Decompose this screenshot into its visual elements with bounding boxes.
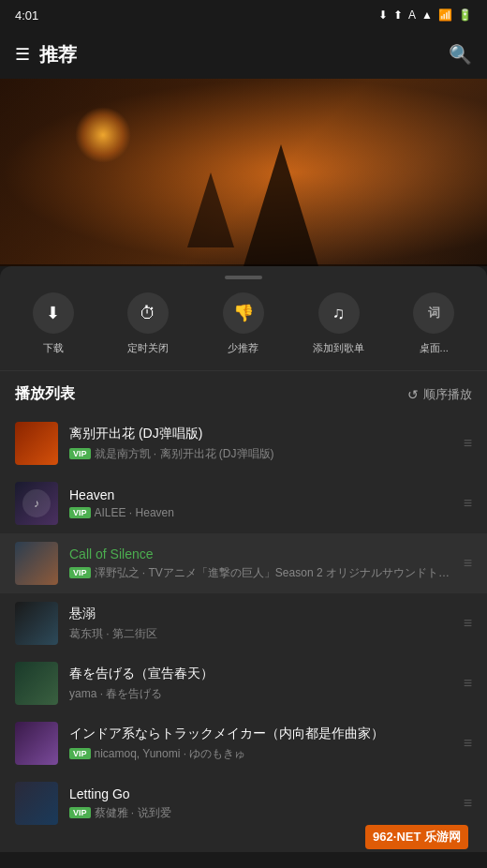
vip-badge: VIP — [69, 807, 91, 818]
drag-handle[interactable] — [225, 276, 262, 279]
order-icon: ↺ — [407, 387, 419, 402]
track-name: Letting Go — [69, 786, 452, 801]
track-thumbnail — [15, 662, 58, 705]
vip-badge: VIP — [69, 448, 91, 459]
status-icons: ⬇ ⬆ A ▲ 📶 🔋 — [378, 8, 472, 22]
action-playlist-label: 添加到歌单 — [313, 341, 364, 355]
track-meta: VIP 澤野弘之 · TVアニメ「進撃の巨人」Season 2 オリジナルサウン… — [69, 565, 452, 581]
upload-status-icon: ⬆ — [393, 8, 403, 22]
playlist-order[interactable]: ↺ 顺序播放 — [407, 386, 472, 403]
track-info: Call of Silence VIP 澤野弘之 · TVアニメ「進撃の巨人」S… — [69, 546, 452, 581]
banner — [0, 79, 487, 266]
battery-icon: 🔋 — [458, 8, 472, 22]
signal-icon: 📶 — [438, 8, 452, 22]
action-download[interactable]: ⬇ 下载 — [6, 292, 101, 355]
header: ☰ 推荐 🔍 — [0, 30, 487, 79]
track-sub: AILEE · Heaven — [95, 506, 174, 519]
track-sub: nicamoq, Yunomi · ゆのもきゅ — [95, 746, 246, 762]
vip-badge: VIP — [69, 507, 91, 518]
track-sub: 就是南方凯 · 离别开出花 (DJ弹唱版) — [95, 446, 274, 462]
track-info: 离别开出花 (DJ弹唱版) VIP 就是南方凯 · 离别开出花 (DJ弹唱版) — [69, 426, 452, 462]
track-item[interactable]: Call of Silence VIP 澤野弘之 · TVアニメ「進撃の巨人」S… — [0, 533, 487, 593]
track-item[interactable]: ♪ Heaven VIP AILEE · Heaven ≡ — [0, 473, 487, 533]
search-icon[interactable]: 🔍 — [449, 43, 472, 66]
status-bar: 4:01 ⬇ ⬆ A ▲ 📶 🔋 — [0, 0, 487, 30]
action-less-recommend[interactable]: 👎 少推荐 — [196, 292, 291, 355]
track-info: 悬溺 葛东琪 · 第二街区 — [69, 606, 452, 642]
track-name: Heaven — [69, 487, 452, 502]
track-name: 悬溺 — [69, 606, 452, 622]
track-sub: 葛东琪 · 第二街区 — [69, 626, 157, 642]
order-label: 顺序播放 — [423, 386, 472, 403]
status-time: 4:01 — [15, 8, 38, 22]
drag-icon[interactable]: ≡ — [464, 555, 472, 572]
page-title: 推荐 — [39, 42, 77, 67]
action-desktop[interactable]: 词 桌面... — [386, 292, 481, 355]
track-item[interactable]: 悬溺 葛东琪 · 第二街区 ≡ — [0, 593, 487, 653]
track-info: インドア系ならトラックメイカー（内向都是作曲家） VIP nicamoq, Yu… — [69, 726, 452, 762]
action-timer-label: 定时关闭 — [127, 341, 169, 355]
track-name: 春を告げる（宣告春天） — [69, 666, 452, 682]
track-info: Letting Go VIP 蔡健雅 · 说到爱 — [69, 786, 452, 821]
track-name: 离别开出花 (DJ弹唱版) — [69, 426, 452, 442]
banner-shape1 — [187, 172, 234, 247]
vip-badge: VIP — [69, 748, 91, 759]
track-list: 离别开出花 (DJ弹唱版) VIP 就是南方凯 · 离别开出花 (DJ弹唱版) … — [0, 413, 487, 852]
track-meta: VIP 蔡健雅 · 说到爱 — [69, 805, 452, 821]
timer-icon: ⏱ — [127, 292, 169, 334]
track-meta: 葛东琪 · 第二街区 — [69, 626, 452, 642]
vip-badge: VIP — [69, 567, 91, 578]
action-download-label: 下载 — [43, 341, 64, 355]
menu-icon[interactable]: ☰ — [15, 44, 30, 65]
track-thumbnail — [15, 542, 58, 585]
drag-icon[interactable]: ≡ — [464, 795, 472, 812]
action-timer[interactable]: ⏱ 定时关闭 — [101, 292, 197, 355]
banner-circle — [75, 107, 131, 163]
track-name: Call of Silence — [69, 546, 452, 561]
action-less-label: 少推荐 — [228, 341, 258, 355]
track-meta: VIP AILEE · Heaven — [69, 506, 452, 519]
track-item[interactable]: インドア系ならトラックメイカー（内向都是作曲家） VIP nicamoq, Yu… — [0, 713, 487, 773]
track-thumbnail — [15, 722, 58, 765]
desktop-icon: 词 — [413, 292, 454, 334]
thumbsdown-icon: 👎 — [223, 292, 264, 334]
a-status-icon: A — [408, 8, 416, 22]
track-info: Heaven VIP AILEE · Heaven — [69, 487, 452, 519]
track-thumbnail — [15, 422, 58, 465]
track-meta: yama · 春を告げる — [69, 686, 452, 702]
bottom-sheet: ⬇ 下载 ⏱ 定时关闭 👎 少推荐 ♫ 添加到歌单 词 桌面... 播放列表 ↺… — [0, 266, 487, 852]
track-name: インドア系ならトラックメイカー（内向都是作曲家） — [69, 726, 452, 742]
download-status-icon: ⬇ — [378, 8, 388, 22]
banner-shape2 — [244, 144, 318, 266]
track-item[interactable]: 春を告げる（宣告春天） yama · 春を告げる ≡ — [0, 653, 487, 713]
drag-icon[interactable]: ≡ — [464, 675, 472, 692]
playlist-header: 播放列表 ↺ 顺序播放 — [0, 371, 487, 413]
drag-icon[interactable]: ≡ — [464, 435, 472, 452]
playlist-title: 播放列表 — [15, 384, 75, 404]
download-icon: ⬇ — [33, 292, 74, 334]
add-to-playlist-icon: ♫ — [318, 292, 360, 334]
wifi-icon: ▲ — [421, 8, 433, 22]
track-info: 春を告げる（宣告春天） yama · 春を告げる — [69, 666, 452, 702]
action-add-playlist[interactable]: ♫ 添加到歌单 — [291, 292, 387, 355]
track-thumbnail — [15, 602, 58, 645]
track-meta: VIP 就是南方凯 · 离别开出花 (DJ弹唱版) — [69, 446, 452, 462]
track-thumbnail — [15, 782, 58, 825]
track-thumbnail: ♪ — [15, 482, 58, 525]
banner-lines — [0, 264, 487, 266]
drag-icon[interactable]: ≡ — [464, 615, 472, 632]
header-left: ☰ 推荐 — [15, 42, 77, 67]
drag-icon[interactable]: ≡ — [464, 735, 472, 752]
track-sub: yama · 春を告げる — [69, 686, 162, 702]
track-sub: 澤野弘之 · TVアニメ「進撃の巨人」Season 2 オリジナルサウンドトラ.… — [95, 565, 452, 581]
drag-icon[interactable]: ≡ — [464, 495, 472, 512]
action-desktop-label: 桌面... — [420, 341, 449, 355]
track-item[interactable]: 离别开出花 (DJ弹唱版) VIP 就是南方凯 · 离别开出花 (DJ弹唱版) … — [0, 413, 487, 473]
quick-actions: ⬇ 下载 ⏱ 定时关闭 👎 少推荐 ♫ 添加到歌单 词 桌面... — [0, 292, 487, 371]
track-meta: VIP nicamoq, Yunomi · ゆのもきゅ — [69, 746, 452, 762]
watermark: 962·NET 乐游网 — [365, 825, 468, 849]
track-sub: 蔡健雅 · 说到爱 — [95, 805, 171, 821]
